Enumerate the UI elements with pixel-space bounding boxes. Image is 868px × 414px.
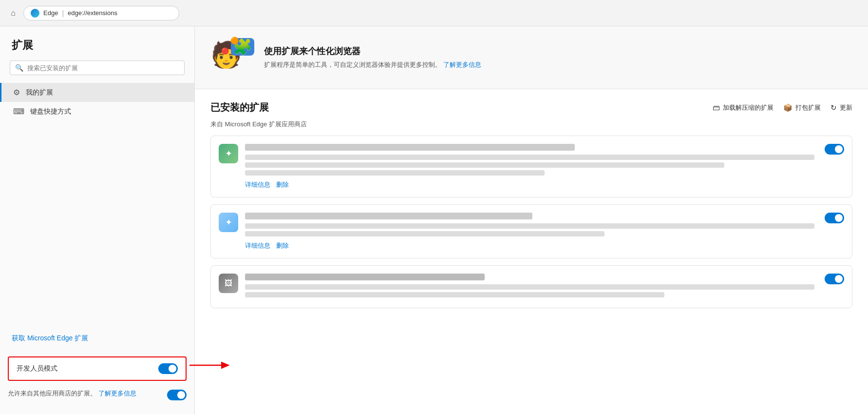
dev-mode-section: 开发人员模式 [8, 356, 187, 381]
extension-body-3 [245, 274, 844, 300]
details-link-1[interactable]: 详细信息 [245, 180, 270, 189]
dev-mode-row: 开发人员模式 [17, 363, 178, 374]
extension-body-2: 详细信息 删除 [245, 213, 844, 250]
other-stores-text: 允许来自其他应用商店的扩展。 了解更多信息 [8, 389, 162, 398]
details-link-2[interactable]: 详细信息 [245, 241, 270, 250]
extension-toggle-1[interactable] [825, 144, 844, 155]
section-title: 已安装的扩展 [210, 101, 269, 114]
load-unpacked-button[interactable]: 🗃 加载解压缩的扩展 [713, 103, 774, 112]
extension-actions-1: 详细信息 删除 [245, 180, 844, 189]
pack-extension-icon: 📦 [783, 103, 793, 112]
address-text: edge://extensions [68, 9, 117, 17]
dev-mode-toggle[interactable] [158, 363, 178, 374]
address-bar[interactable]: Edge | edge://extensions [23, 6, 179, 20]
section-actions: 🗃 加载解压缩的扩展 📦 打包扩展 ↻ 更新 [713, 103, 852, 112]
extension-actions-2: 详细信息 删除 [245, 241, 844, 250]
hero-description: 扩展程序是简单的工具，可自定义浏览器体验并提供更多控制。 了解更多信息 [264, 60, 481, 70]
main-content: 🧑 🧩 🟠 🔴 使用扩展来个性化浏览器 扩展程序是简单的工具，可自定义浏览器体验… [195, 26, 868, 414]
other-stores-link[interactable]: 了解更多信息 [98, 390, 136, 397]
extension-icon-3: 🖼 [219, 274, 238, 293]
pack-extension-button[interactable]: 📦 打包扩展 [783, 103, 821, 112]
hero-learn-more-link[interactable]: 了解更多信息 [443, 61, 481, 68]
browser-chrome: ⌂ Edge | edge://extensions [0, 0, 868, 26]
dev-mode-label: 开发人员模式 [17, 364, 57, 373]
extension-card-1: ✦ 详细信息 删除 [210, 136, 852, 197]
sidebar-item-keyboard-shortcuts[interactable]: ⌨ 键盘快捷方式 [0, 102, 194, 121]
update-button[interactable]: ↻ 更新 [830, 103, 852, 112]
toggle-1[interactable] [825, 144, 844, 155]
other-stores-section: 允许来自其他应用商店的扩展。 了解更多信息 [0, 387, 194, 402]
sidebar-item-my-extensions[interactable]: ⚙ 我的扩展 [0, 83, 194, 102]
page-layout: 扩展 🔍 ⚙ 我的扩展 ⌨ 键盘快捷方式 获取 Microsoft Edge 扩… [0, 26, 868, 414]
hero-banner: 🧑 🧩 🟠 🔴 使用扩展来个性化浏览器 扩展程序是简单的工具，可自定义浏览器体验… [195, 26, 868, 89]
extension-toggle-3[interactable] [825, 274, 844, 284]
home-icon[interactable]: ⌂ [8, 8, 19, 19]
get-extensions-link[interactable]: 获取 Microsoft Edge 扩展 [0, 330, 194, 347]
hero-text: 使用扩展来个性化浏览器 扩展程序是简单的工具，可自定义浏览器体验并提供更多控制。… [264, 45, 481, 70]
nav-item-label: 我的扩展 [26, 88, 53, 97]
load-unpacked-icon: 🗃 [713, 103, 720, 112]
sidebar-title: 扩展 [0, 38, 194, 60]
update-icon: ↻ [830, 103, 837, 112]
search-icon: 🔍 [15, 64, 23, 72]
extensions-section: 已安装的扩展 🗃 加载解压缩的扩展 📦 打包扩展 ↻ 更新 [195, 89, 868, 327]
other-stores-toggle[interactable] [167, 390, 187, 400]
hero-illustration: 🧑 🧩 🟠 🔴 [210, 38, 254, 77]
nav-item-label: 键盘快捷方式 [30, 107, 71, 116]
sidebar: 扩展 🔍 ⚙ 我的扩展 ⌨ 键盘快捷方式 获取 Microsoft Edge 扩… [0, 26, 195, 414]
browser-label: Edge [43, 9, 58, 17]
address-separator: | [62, 9, 64, 17]
hero-title: 使用扩展来个性化浏览器 [264, 45, 481, 57]
extensions-icon: ⚙ [13, 88, 20, 97]
extension-icon-1: ✦ [219, 144, 238, 163]
extension-toggle-2[interactable] [825, 213, 844, 223]
extension-card-3: 🖼 [210, 265, 852, 308]
toggle-2[interactable] [825, 213, 844, 223]
search-box[interactable]: 🔍 [10, 60, 185, 75]
sidebar-nav: ⚙ 我的扩展 ⌨ 键盘快捷方式 [0, 83, 194, 330]
extension-body-1: 详细信息 删除 [245, 144, 844, 189]
edge-logo-icon [31, 9, 39, 18]
remove-link-1[interactable]: 删除 [276, 180, 289, 189]
extension-icon-2: ✦ [219, 213, 238, 232]
search-input[interactable] [27, 64, 179, 72]
keyboard-icon: ⌨ [13, 107, 24, 116]
section-header: 已安装的扩展 🗃 加载解压缩的扩展 📦 打包扩展 ↻ 更新 [210, 101, 852, 114]
extension-card-2: ✦ 详细信息 删除 [210, 204, 852, 258]
source-label: 来自 Microsoft Edge 扩展应用商店 [210, 120, 852, 129]
toggle-3[interactable] [825, 274, 844, 284]
remove-link-2[interactable]: 删除 [276, 241, 289, 250]
